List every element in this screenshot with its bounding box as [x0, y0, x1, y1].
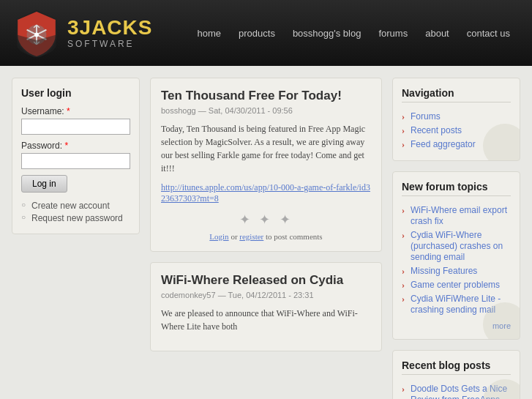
password-label: Password: * [21, 141, 130, 151]
blog-links: Doodle Dots Gets a Nice Review from Free… [402, 382, 511, 399]
nav-item-home[interactable]: home [190, 23, 228, 43]
nav-sidebar-link[interactable]: Forums [411, 111, 441, 122]
nav-sidebar-item: Recent posts [402, 124, 511, 138]
site-name-sub: SOFTWARE [67, 40, 152, 48]
nav-item-blog[interactable]: bosshogg's blog [285, 23, 369, 43]
blog-section: Recent blog posts Doodle Dots Gets a Nic… [392, 350, 520, 399]
blog-title: Recent blog posts [402, 359, 511, 375]
forum-link-item: WiFi-Where email export crash fix [402, 204, 511, 228]
forum-link-item: Cydia WiFiWhere Lite - crashing sending … [402, 292, 511, 317]
login-link-item: Create new account [21, 200, 130, 212]
navigation-links: ForumsRecent postsFeed aggregator [402, 110, 511, 152]
navigation-title: Navigation [402, 87, 511, 102]
site-title: 3JACKS SOFTWARE [67, 18, 152, 48]
username-label: Username: * [21, 106, 130, 116]
post-card-0: Ten Thousand Free For Today!bosshogg — S… [150, 78, 382, 252]
site-name-main: 3JACKS [67, 18, 152, 38]
login-link-item: Request new password [21, 212, 130, 225]
navigation-section: Navigation ForumsRecent postsFeed aggreg… [392, 78, 520, 161]
header: 3JACKS SOFTWARE homeproductsbosshogg's b… [0, 0, 532, 66]
blog-link[interactable]: Doodle Dots Gets a Nice Review from Free… [411, 384, 507, 399]
center-content: Ten Thousand Free For Today!bosshogg — S… [150, 78, 382, 399]
nav-item-forums[interactable]: forums [371, 23, 415, 43]
post-body: We are pleased to announce that WiFi-Whe… [161, 307, 371, 333]
forum-link-item: Cydia WiFi-Where (purchased) crashes on … [402, 228, 511, 264]
logo-area: 3JACKS SOFTWARE [0, 2, 167, 64]
required-star: * [67, 106, 70, 116]
register-link[interactable]: register [239, 232, 263, 241]
nav-item-products[interactable]: products [231, 23, 282, 43]
blog-link-item: Doodle Dots Gets a Nice Review from Free… [402, 382, 511, 399]
post-title: Ten Thousand Free For Today! [161, 89, 371, 103]
nav-item-about[interactable]: about [418, 23, 457, 43]
login-links: Create new accountRequest new password [21, 200, 130, 225]
login-to-comment[interactable]: Login [209, 232, 228, 241]
login-link[interactable]: Create new account [31, 201, 110, 211]
shield-icon [15, 10, 59, 57]
post-link[interactable]: http://itunes.apple.com/us/app/10-000-a-… [161, 182, 371, 204]
required-star-pw: * [64, 141, 68, 151]
user-login-section: User login Username: * Password: * Log i… [12, 78, 140, 234]
login-button[interactable]: Log in [21, 175, 67, 193]
forum-link[interactable]: WiFi-Where email export crash fix [411, 205, 507, 226]
user-login-title: User login [21, 87, 130, 99]
svg-point-8 [34, 32, 39, 37]
nav-sidebar-item: Forums [402, 110, 511, 124]
forum-link[interactable]: Cydia WiFiWhere Lite - crashing sending … [411, 294, 501, 315]
main-container: User login Username: * Password: * Log i… [0, 66, 532, 399]
forum-title: New forum topics [402, 181, 511, 196]
forum-links: WiFi-Where email export crash fixCydia W… [402, 204, 511, 317]
main-nav: homeproductsbosshogg's blogforumsaboutco… [167, 23, 532, 43]
post-body: Today, Ten Thousand is being featured in… [161, 122, 371, 175]
comment-prompt: Login or register to post comments [161, 232, 371, 241]
post-meta: bosshogg — Sat, 04/30/2011 - 09:56 [161, 106, 371, 115]
forum-link-item: Game center problems [402, 278, 511, 292]
post-meta: codemonkey57 — Tue, 04/12/2011 - 23:31 [161, 291, 371, 299]
forum-section: New forum topics WiFi-Where email export… [392, 171, 520, 340]
nav-sidebar-item: Feed aggregator [402, 138, 511, 152]
login-link[interactable]: Request new password [31, 213, 123, 223]
right-sidebar: Navigation ForumsRecent postsFeed aggreg… [392, 78, 520, 399]
nav-sidebar-link[interactable]: Recent posts [411, 125, 462, 135]
post-divider: ✦ ✦ ✦ [161, 212, 371, 228]
left-sidebar: User login Username: * Password: * Log i… [12, 78, 140, 399]
more-link[interactable]: more [402, 321, 511, 330]
nav-sidebar-link[interactable]: Feed aggregator [411, 139, 476, 149]
post-card-1: WiFi-Where Released on Cydiacodemonkey57… [150, 262, 382, 351]
username-input[interactable] [21, 119, 130, 135]
forum-link-item: Missing Features [402, 264, 511, 278]
nav-item-contact[interactable]: contact us [460, 23, 517, 43]
password-input[interactable] [21, 153, 130, 169]
forum-link[interactable]: Missing Features [411, 266, 477, 276]
post-title: WiFi-Where Released on Cydia [161, 273, 371, 288]
forum-link[interactable]: Cydia WiFi-Where (purchased) crashes on … [411, 230, 503, 262]
forum-link[interactable]: Game center problems [411, 280, 500, 290]
